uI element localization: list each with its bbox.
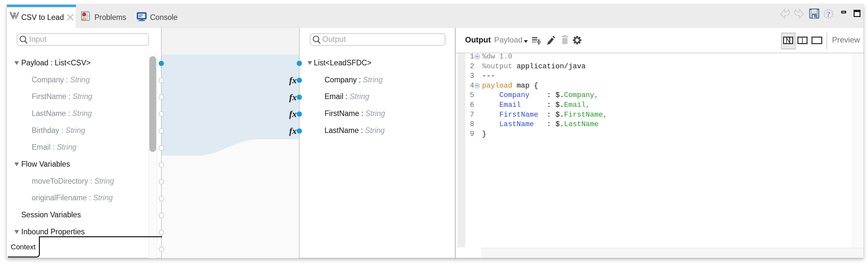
svg-text:fx: fx xyxy=(289,75,297,85)
svg-text:?: ? xyxy=(827,10,830,18)
svg-text:fx: fx xyxy=(289,126,297,136)
svg-text:fx: fx xyxy=(289,109,297,119)
svg-text:fx: fx xyxy=(289,92,297,102)
